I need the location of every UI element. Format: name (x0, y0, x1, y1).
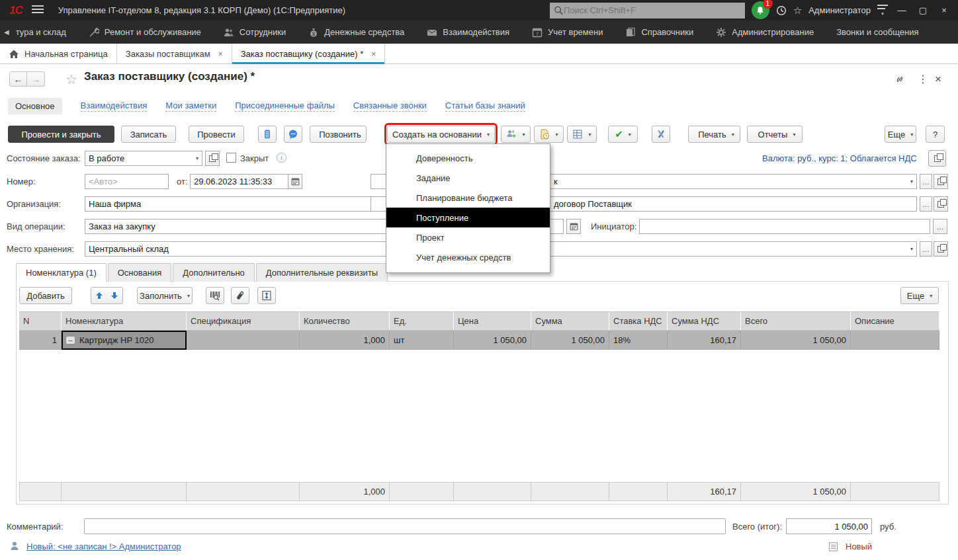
cell-nomenclature-selected[interactable]: – Картридж HP 1020 (62, 331, 187, 350)
notifications-button[interactable]: 1 (752, 1, 769, 19)
menu-item-project[interactable]: Проект (386, 227, 550, 247)
table-row[interactable]: 1 – Картридж HP 1020 1,000 шт 1 050,00 1… (19, 331, 939, 350)
main-menu-icon[interactable] (32, 5, 44, 16)
supplier-select-button[interactable]: … (920, 174, 932, 189)
history-icon[interactable] (776, 5, 787, 16)
back-button[interactable]: ← (9, 71, 27, 87)
global-search[interactable] (550, 3, 745, 19)
data-terminal-button[interactable] (231, 287, 249, 304)
nav-main[interactable]: Основное (8, 98, 62, 114)
col-description[interactable]: Описание (851, 311, 939, 331)
col-nomenclature[interactable]: Номенклатура (62, 311, 187, 331)
write-button[interactable]: Записать (121, 126, 176, 143)
tab-supplier-orders[interactable]: Заказы поставщикам× (117, 44, 232, 64)
deadline-doc-button[interactable]: ▾ (534, 126, 564, 143)
print-button[interactable]: Печать▾ (688, 126, 740, 143)
cell-vat-sum[interactable]: 160,17 (668, 331, 741, 350)
open-currency-button[interactable] (928, 150, 946, 167)
chevron-down-icon[interactable]: ▾ (193, 155, 198, 161)
info-icon[interactable]: i (277, 153, 286, 163)
initiator-select-button[interactable]: … (933, 219, 947, 234)
tab-grounds[interactable]: Основания (108, 263, 172, 282)
close-window-button[interactable]: × (937, 5, 951, 15)
tab-supplier-order-new[interactable]: Заказ поставщику (создание) *× (232, 44, 386, 64)
search-input[interactable] (564, 5, 741, 15)
cell-quantity[interactable]: 1,000 (300, 331, 390, 350)
maximize-button[interactable]: ▢ (916, 5, 930, 15)
col-vat-rate[interactable]: Ставка НДС (609, 311, 668, 331)
menu-item-budget-planning[interactable]: Планирование бюджета (386, 188, 550, 208)
cell-specification[interactable] (187, 331, 300, 350)
open-status-button[interactable] (205, 151, 220, 166)
reports-button[interactable]: Отчеты▾ (747, 126, 803, 143)
add-row-button[interactable]: Добавить (19, 287, 72, 304)
closed-checkbox[interactable] (226, 153, 236, 163)
create-based-on-button[interactable]: Создать на основании▾ (387, 126, 495, 143)
menu-item-cash-accounting[interactable]: Учет денежных средств (386, 247, 550, 267)
close-form-icon[interactable]: × (935, 73, 941, 86)
menu-item-power-of-attorney[interactable]: Доверенность (386, 148, 550, 168)
col-sum[interactable]: Сумма (531, 311, 609, 331)
ribbon-item-employees[interactable]: Сотрудники (224, 27, 286, 38)
favorites-star-icon[interactable]: ☆ (793, 5, 802, 17)
storage-open-button[interactable] (934, 241, 948, 257)
ribbon-item-catalogs[interactable]: Справочники (625, 27, 693, 38)
cell-unit[interactable]: шт (390, 331, 454, 350)
order-status-combobox[interactable]: В работе▾ (85, 151, 202, 166)
more-button[interactable]: Еще▾ (885, 126, 916, 143)
menu-item-task[interactable]: Задание (386, 168, 550, 188)
forward-button[interactable]: → (27, 71, 45, 87)
supplier-open-button[interactable] (934, 174, 948, 189)
initiator-field[interactable] (639, 219, 930, 234)
col-specification[interactable]: Спецификация (187, 311, 300, 331)
nav-related-calls[interactable]: Связанные звонки (353, 100, 427, 112)
currency-info-link[interactable]: Валюта: руб., курс: 1; Облагается НДС (762, 153, 917, 163)
cell-description[interactable] (851, 331, 939, 350)
document-status-link[interactable]: Новый: <не записан !> Администратор (26, 541, 181, 551)
tab-additional-attributes[interactable]: Дополнительные реквизиты (256, 263, 388, 282)
tab-additional[interactable]: Дополнительно (173, 263, 255, 282)
storage-select-button[interactable]: … (920, 241, 932, 257)
minimize-button[interactable]: — (894, 5, 909, 15)
post-button[interactable]: Провести (189, 126, 244, 143)
number-input[interactable] (85, 174, 169, 189)
cell-sum[interactable]: 1 050,00 (531, 331, 609, 350)
tab-nomenclature[interactable]: Номенклатура (1) (16, 263, 107, 282)
grid-more-button[interactable]: Еще▾ (900, 287, 939, 304)
close-tab-icon[interactable]: × (218, 50, 223, 59)
call-button[interactable]: Позвонить (310, 126, 367, 143)
add-performer-button[interactable]: + ▾ (501, 126, 531, 143)
organization-field[interactable]: Наша фирма (85, 196, 384, 212)
menu-item-receipt[interactable]: Поступление (386, 208, 550, 227)
scroll-left-icon[interactable]: ◀ (4, 28, 9, 36)
ribbon-item-interactions[interactable]: Взаимодействия (427, 27, 509, 38)
doc-settings-button[interactable]: ▾ (567, 126, 597, 143)
change-height-button[interactable] (257, 287, 276, 304)
nav-interactions[interactable]: Взаимодействия (81, 100, 148, 112)
get-link-icon[interactable] (894, 74, 905, 87)
structure-button[interactable] (258, 126, 277, 143)
fill-button[interactable]: Заполнить▾ (137, 287, 193, 304)
nav-my-notes[interactable]: Мои заметки (165, 100, 216, 112)
chevron-down-icon[interactable]: ▾ (908, 179, 913, 184)
ribbon-item-nomenclature[interactable]: тура и склад (16, 27, 66, 37)
date-calendar-button[interactable] (288, 174, 302, 189)
col-price[interactable]: Цена (454, 311, 531, 331)
move-down-button[interactable] (107, 287, 123, 304)
close-tab-icon[interactable]: × (371, 50, 376, 59)
ribbon-item-calls[interactable]: Звонки и сообщения (836, 27, 918, 37)
ribbon-item-administration[interactable]: Администрирование (716, 27, 814, 38)
service-tools-button[interactable] (652, 126, 670, 143)
move-up-button[interactable] (91, 287, 107, 304)
nav-attached-files[interactable]: Присоединенные файлы (235, 100, 335, 112)
help-button[interactable]: ? (926, 126, 945, 143)
favorite-star-icon[interactable]: ☆ (65, 71, 77, 87)
col-unit[interactable]: Ед. (390, 311, 454, 331)
contract-open-button[interactable] (934, 196, 948, 212)
ribbon-item-time[interactable]: 7 Учет времени (532, 27, 603, 38)
contract-select-button[interactable]: … (920, 196, 932, 212)
cell-total[interactable]: 1 050,00 (741, 331, 851, 350)
cell-vat-rate[interactable]: 18% (609, 331, 668, 350)
col-vat-sum[interactable]: Сумма НДС (668, 311, 741, 331)
receipt-date-calendar-button[interactable] (566, 219, 581, 234)
